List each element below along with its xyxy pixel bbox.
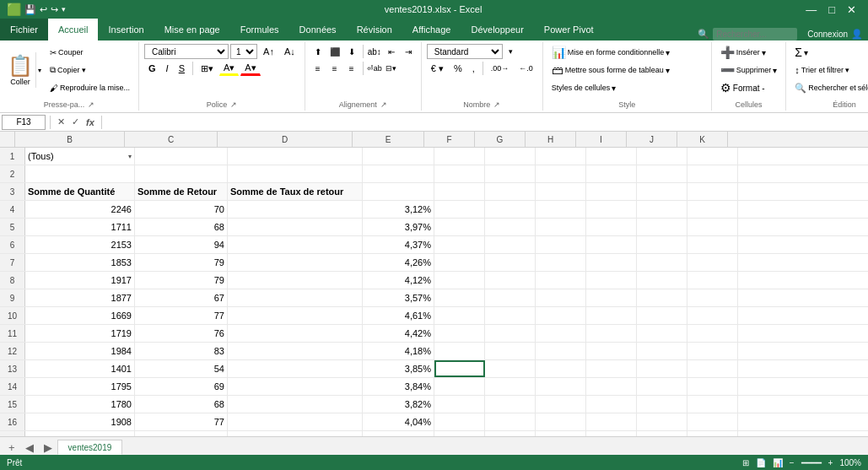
coller-button[interactable]: 📋 Coller ▾: [5, 52, 43, 88]
cell-g6[interactable]: [485, 236, 536, 253]
cell-c3[interactable]: Somme de Retour: [135, 183, 228, 200]
increase-decimal-button[interactable]: .00→: [487, 61, 514, 76]
cell-e13[interactable]: 3,85%: [363, 360, 434, 377]
cell-f14[interactable]: [434, 378, 485, 395]
cell-b2[interactable]: [25, 165, 135, 182]
trier-button[interactable]: ↕ Trier et filtrer ▾: [791, 62, 853, 78]
cell-d7[interactable]: [228, 254, 363, 271]
cell-b10[interactable]: 1669: [25, 307, 135, 324]
cell-d3[interactable]: Somme de Taux de retour: [228, 183, 363, 200]
cell-i2[interactable]: [586, 165, 637, 182]
cell-j1[interactable]: [637, 148, 687, 165]
cell-g7[interactable]: [485, 254, 536, 271]
cell-j4[interactable]: [637, 201, 687, 218]
cell-h15[interactable]: [536, 396, 586, 413]
row-number-12[interactable]: 12: [0, 343, 25, 359]
cell-b13[interactable]: 1401: [25, 360, 135, 377]
cell-k4[interactable]: [687, 201, 738, 218]
row-number-7[interactable]: 7: [0, 254, 25, 271]
col-header-e[interactable]: E: [353, 132, 424, 147]
cell-c4[interactable]: 70: [135, 201, 228, 218]
cell-k11[interactable]: [687, 325, 738, 342]
currency-button[interactable]: € ▾: [427, 61, 448, 76]
connexion-button[interactable]: Connexion: [807, 30, 848, 39]
comma-button[interactable]: ,: [468, 61, 479, 76]
cell-e3[interactable]: [363, 183, 434, 200]
cell-i5[interactable]: [586, 219, 637, 235]
coller-arrow[interactable]: ▾: [35, 52, 43, 88]
cell-e11[interactable]: 4,42%: [363, 325, 434, 342]
cell-g5[interactable]: [485, 219, 536, 235]
supprimer-button[interactable]: ➖ Supprimer ▾: [717, 62, 781, 78]
cell-c10[interactable]: 77: [135, 307, 228, 324]
cell-d9[interactable]: [228, 289, 363, 306]
cell-h6[interactable]: [536, 236, 586, 253]
cell-k15[interactable]: [687, 396, 738, 413]
col-header-f[interactable]: F: [424, 132, 475, 147]
cell-h2[interactable]: [536, 165, 586, 182]
tab-mise-en-page[interactable]: Mise en page: [154, 19, 230, 41]
row-number-3[interactable]: 3: [0, 183, 25, 200]
zoom-in-button[interactable]: +: [828, 458, 833, 467]
col-header-i[interactable]: I: [576, 132, 627, 147]
cell-h1[interactable]: [536, 148, 586, 165]
cell-f11[interactable]: [434, 325, 485, 342]
cell-k2[interactable]: [687, 165, 738, 182]
cell-d12[interactable]: [228, 343, 363, 359]
cell-k12[interactable]: [687, 343, 738, 359]
cell-f8[interactable]: [434, 272, 485, 289]
cell-b1[interactable]: (Tous) ▾: [25, 148, 135, 165]
inserer-button[interactable]: ➕ Insérer ▾: [717, 44, 769, 61]
cell-c8[interactable]: 79: [135, 272, 228, 289]
cell-i1[interactable]: [586, 148, 637, 165]
cell-j13[interactable]: [637, 360, 687, 377]
cell-j3[interactable]: [637, 183, 687, 200]
cell-f10[interactable]: [434, 307, 485, 324]
nombre-expand[interactable]: ↗: [493, 100, 500, 109]
cell-i9[interactable]: [586, 289, 637, 306]
cell-k7[interactable]: [687, 254, 738, 271]
presse-papier-expand[interactable]: ↗: [88, 100, 94, 109]
cell-i16[interactable]: [586, 413, 637, 430]
cell-c1[interactable]: [135, 148, 228, 165]
cell-h13[interactable]: [536, 360, 586, 377]
couper-button[interactable]: ✂ Couper: [46, 44, 133, 61]
align-left-button[interactable]: ≡: [310, 61, 326, 76]
normal-view-icon[interactable]: ⊞: [742, 458, 749, 467]
cell-e10[interactable]: 4,61%: [363, 307, 434, 324]
row-number-13[interactable]: 13: [0, 360, 25, 377]
cell-c11[interactable]: 76: [135, 325, 228, 342]
rechercher-button[interactable]: 🔍 Rechercher et sélection ▾: [791, 79, 868, 96]
cell-i3[interactable]: [586, 183, 637, 200]
cell-j8[interactable]: [637, 272, 687, 289]
cell-c5[interactable]: 68: [135, 219, 228, 235]
row-number-14[interactable]: 14: [0, 378, 25, 395]
cell-j14[interactable]: [637, 378, 687, 395]
cell-b16[interactable]: 1908: [25, 413, 135, 430]
cell-c12[interactable]: 83: [135, 343, 228, 359]
cell-f13[interactable]: [434, 360, 485, 377]
cell-k9[interactable]: [687, 289, 738, 306]
zoom-slider[interactable]: ━━━━: [801, 458, 822, 467]
cell-d4[interactable]: [228, 201, 363, 218]
cell-c13[interactable]: 54: [135, 360, 228, 377]
decrease-font-button[interactable]: A↓: [280, 44, 299, 59]
cell-c7[interactable]: 79: [135, 254, 228, 271]
cell-d15[interactable]: [228, 396, 363, 413]
cell-i14[interactable]: [586, 378, 637, 395]
cell-b7[interactable]: 1853: [25, 254, 135, 271]
cell-d2[interactable]: [228, 165, 363, 182]
cell-h3[interactable]: [536, 183, 586, 200]
italic-button[interactable]: I: [162, 61, 173, 76]
cell-f16[interactable]: [434, 413, 485, 430]
cell-d10[interactable]: [228, 307, 363, 324]
cell-g4[interactable]: [485, 201, 536, 218]
cell-f2[interactable]: [434, 165, 485, 182]
cell-d6[interactable]: [228, 236, 363, 253]
tableau-button[interactable]: 🗃 Mettre sous forme de tableau ▾: [548, 62, 673, 78]
cell-e12[interactable]: 4,18%: [363, 343, 434, 359]
cell-f15[interactable]: [434, 396, 485, 413]
cell-c15[interactable]: 68: [135, 396, 228, 413]
cell-g3[interactable]: [485, 183, 536, 200]
cell-j2[interactable]: [637, 165, 687, 182]
